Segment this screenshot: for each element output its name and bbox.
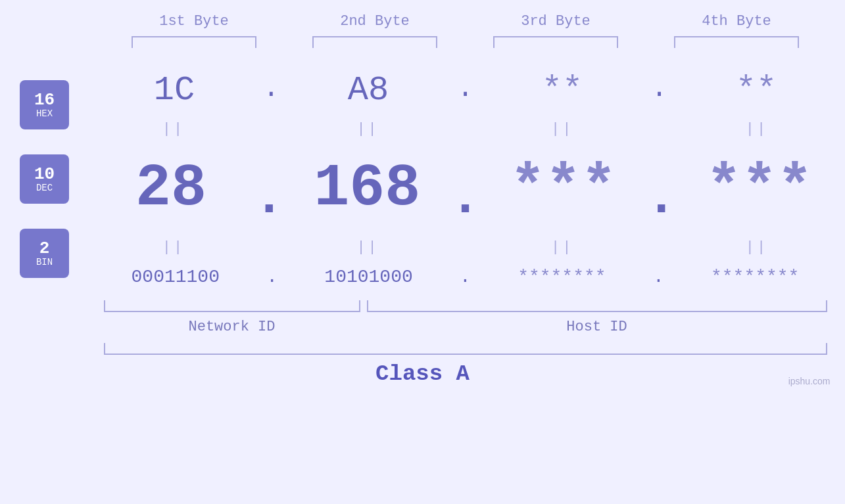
- dec-badge-number: 10: [34, 165, 55, 184]
- hex-b4-value: **: [736, 71, 777, 110]
- eq-1-b2: ||: [296, 121, 441, 137]
- class-label-row: Class A ipshu.com: [9, 361, 837, 386]
- host-id-label: Host ID: [367, 319, 827, 335]
- hex-badge-label: HEX: [36, 109, 53, 119]
- hex-badge-number: 16: [34, 91, 55, 110]
- network-id-label: Network ID: [104, 319, 360, 335]
- dec-dot-1: .: [253, 168, 285, 228]
- hex-b2-cell: A8: [296, 71, 441, 110]
- bottom-labels: Network ID Host ID: [104, 319, 827, 335]
- dec-b2-cell: 168: [295, 155, 439, 222]
- dec-badge: 10 DEC: [20, 154, 69, 204]
- bottom-brackets: [104, 300, 827, 312]
- bin-badge: 2 BIN: [20, 229, 69, 278]
- dec-dot-3: .: [646, 168, 677, 228]
- eq-2-b2: ||: [296, 239, 441, 256]
- hex-b1-cell: 1C: [102, 71, 247, 110]
- hex-b3-value: **: [542, 71, 583, 110]
- dec-b2-value: 168: [314, 155, 420, 222]
- bin-b1-cell: 00011100: [103, 267, 248, 287]
- bin-b4-cell: ********: [683, 267, 827, 287]
- bin-b3-value: ********: [518, 267, 606, 287]
- hex-dot-2: .: [457, 73, 473, 104]
- bracket-network: [104, 300, 360, 312]
- bracket-host: [367, 300, 827, 312]
- content-area: 16 HEX 10 DEC 2 BIN 1C . A8: [9, 61, 837, 297]
- hex-badge: 16 HEX: [20, 80, 69, 129]
- bin-dot-2: .: [460, 267, 471, 287]
- bin-b2-value: 10101000: [324, 267, 412, 287]
- bracket-top-4: [674, 36, 799, 48]
- bin-row: 00011100 . 10101000 . ******** . *******…: [94, 257, 837, 297]
- eq-1-b3: ||: [490, 121, 635, 137]
- grid-area: 1C . A8 . ** . ** || ||: [94, 61, 837, 297]
- dec-b4-cell: ***: [687, 155, 832, 222]
- dec-dot-2: .: [449, 168, 481, 228]
- dec-b1-cell: 28: [99, 155, 243, 222]
- big-bracket-row: [104, 343, 827, 355]
- bin-b2-cell: 10101000: [297, 267, 441, 287]
- byte-header-1: 1st Byte: [122, 13, 266, 30]
- bin-dot-1: .: [266, 267, 278, 287]
- byte-header-4: 4th Byte: [664, 13, 809, 30]
- watermark: ipshu.com: [788, 376, 831, 386]
- eq-2-b1: ||: [101, 239, 246, 256]
- byte-header-2: 2nd Byte: [302, 13, 447, 30]
- dec-badge-label: DEC: [36, 183, 53, 193]
- badges-column: 16 HEX 10 DEC 2 BIN: [9, 61, 94, 297]
- hex-b4-cell: **: [684, 71, 829, 110]
- dec-b4-value: ***: [706, 155, 813, 222]
- bin-b4-value: ********: [711, 267, 799, 287]
- dec-b3-cell: ***: [491, 155, 636, 222]
- eq-2-b4: ||: [685, 239, 829, 256]
- byte-header-3: 3rd Byte: [483, 13, 628, 30]
- bracket-top-2: [312, 36, 437, 48]
- eq-2-b3: ||: [490, 239, 635, 256]
- class-label: Class A: [375, 361, 470, 386]
- hex-b3-cell: **: [490, 71, 635, 110]
- main-container: 1st Byte 2nd Byte 3rd Byte 4th Byte 16 H…: [0, 0, 845, 504]
- dec-b1-value: 28: [135, 155, 206, 222]
- dec-row: 28 . 168 . *** . ***: [94, 139, 837, 238]
- bottom-section: Network ID Host ID: [104, 300, 827, 335]
- bin-dot-3: .: [653, 267, 664, 287]
- eq-1-b1: ||: [101, 121, 246, 137]
- bin-badge-label: BIN: [36, 258, 53, 267]
- hex-b2-value: A8: [348, 71, 389, 110]
- bracket-top-3: [493, 36, 618, 48]
- eq-row-2: || || || ||: [94, 238, 837, 257]
- top-brackets: [104, 36, 827, 48]
- bin-b3-cell: ********: [489, 267, 634, 287]
- big-bracket: [104, 343, 827, 355]
- bin-b1-value: 00011100: [132, 267, 220, 287]
- eq-1-b4: ||: [685, 121, 829, 137]
- bracket-top-1: [132, 36, 256, 48]
- bin-badge-number: 2: [39, 239, 50, 258]
- hex-dot-1: .: [263, 73, 279, 104]
- hex-row: 1C . A8 . ** . **: [94, 61, 837, 120]
- hex-b1-value: 1C: [154, 71, 195, 110]
- byte-headers: 1st Byte 2nd Byte 3rd Byte 4th Byte: [104, 13, 827, 30]
- hex-dot-3: .: [651, 73, 667, 104]
- dec-b3-value: ***: [510, 155, 617, 222]
- eq-row-1: || || || ||: [94, 120, 837, 139]
